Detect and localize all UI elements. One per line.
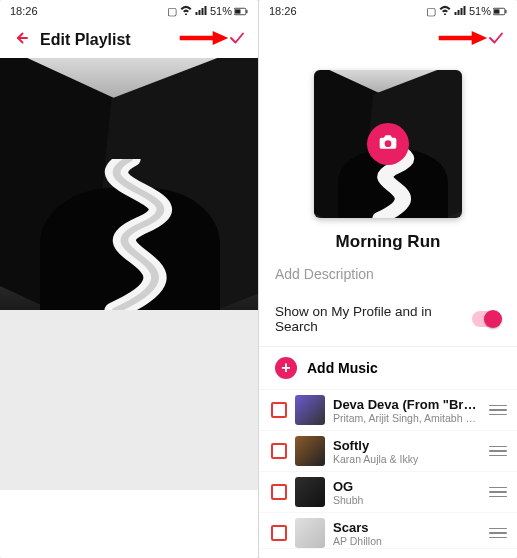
confirm-check-icon[interactable] — [487, 29, 505, 51]
svg-rect-12 — [463, 6, 465, 15]
status-bar: 18:26 ▢ 51% — [259, 0, 517, 22]
show-on-profile-toggle[interactable] — [472, 311, 501, 327]
song-artwork — [295, 477, 325, 507]
song-row[interactable]: OG Shubh — [259, 472, 517, 513]
svg-rect-6 — [246, 9, 247, 12]
svg-rect-14 — [494, 9, 499, 13]
svg-rect-15 — [505, 9, 506, 12]
camera-icon — [378, 132, 398, 156]
song-artist: Pritam, Arijit Singh, Amitabh Bha… — [333, 412, 481, 424]
drag-handle-icon[interactable] — [489, 401, 507, 419]
wifi-icon — [439, 5, 451, 17]
drag-handle-icon[interactable] — [489, 483, 507, 501]
status-time: 18:26 — [269, 5, 297, 17]
song-title: OG — [333, 479, 481, 494]
song-title: Scars — [333, 520, 481, 535]
drag-handle-icon[interactable] — [489, 524, 507, 542]
song-list: Deva Deva (From "Brah… Pritam, Arijit Si… — [259, 390, 517, 549]
signal-icon — [454, 5, 466, 17]
svg-rect-2 — [201, 8, 203, 15]
song-row[interactable]: Softly Karan Aujla & Ikky — [259, 431, 517, 472]
svg-rect-1 — [198, 10, 200, 15]
annotation-arrow-icon — [178, 29, 230, 51]
add-music-button[interactable]: + Add Music — [259, 347, 517, 390]
plus-icon: + — [275, 357, 297, 379]
song-checkbox[interactable] — [271, 525, 287, 541]
status-time: 18:26 — [10, 5, 38, 17]
cover-fade-overlay — [0, 310, 258, 490]
back-arrow-icon[interactable] — [12, 29, 30, 51]
header: Edit Playlist — [0, 22, 258, 58]
song-artist: Karan Aujla & Ikky — [333, 453, 481, 465]
screen-left-edit-playlist: 18:26 ▢ 51% Edit Playlist — [0, 0, 258, 558]
song-title: Deva Deva (From "Brah… — [333, 397, 481, 412]
song-artist: Shubh — [333, 494, 481, 506]
song-artwork — [295, 518, 325, 548]
add-music-label: Add Music — [307, 360, 378, 376]
song-checkbox[interactable] — [271, 484, 287, 500]
svg-rect-10 — [457, 10, 459, 15]
signal-icon — [195, 5, 207, 17]
picture-icon: ▢ — [167, 5, 177, 18]
svg-rect-5 — [235, 9, 240, 13]
song-artist: AP Dhillon — [333, 535, 481, 547]
song-row[interactable]: Scars AP Dhillon — [259, 513, 517, 549]
battery-indicator: 51% — [210, 5, 248, 17]
description-input[interactable]: Add Description — [259, 252, 517, 292]
picture-icon: ▢ — [426, 5, 436, 18]
header-title: Edit Playlist — [40, 31, 131, 49]
song-artwork — [295, 395, 325, 425]
svg-rect-11 — [460, 8, 462, 15]
annotation-arrow-icon — [437, 29, 489, 51]
playlist-title-input[interactable]: Morning Run — [259, 232, 517, 252]
song-checkbox[interactable] — [271, 402, 287, 418]
status-bar: 18:26 ▢ 51% — [0, 0, 258, 22]
header — [259, 22, 517, 58]
svg-rect-9 — [454, 12, 456, 15]
song-row[interactable]: Deva Deva (From "Brah… Pritam, Arijit Si… — [259, 390, 517, 431]
drag-handle-icon[interactable] — [489, 442, 507, 460]
playlist-cover-thumbnail[interactable] — [314, 70, 462, 218]
song-title: Softly — [333, 438, 481, 453]
screen-right-playlist-details: 18:26 ▢ 51% — [259, 0, 517, 558]
battery-indicator: 51% — [469, 5, 507, 17]
svg-rect-3 — [204, 6, 206, 15]
playlist-cover-image[interactable] — [0, 58, 258, 310]
song-checkbox[interactable] — [271, 443, 287, 459]
song-artwork — [295, 436, 325, 466]
toggle-label: Show on My Profile and in Search — [275, 304, 472, 334]
confirm-check-icon[interactable] — [228, 29, 246, 51]
change-photo-button[interactable] — [367, 123, 409, 165]
wifi-icon — [180, 5, 192, 17]
svg-rect-0 — [195, 12, 197, 15]
